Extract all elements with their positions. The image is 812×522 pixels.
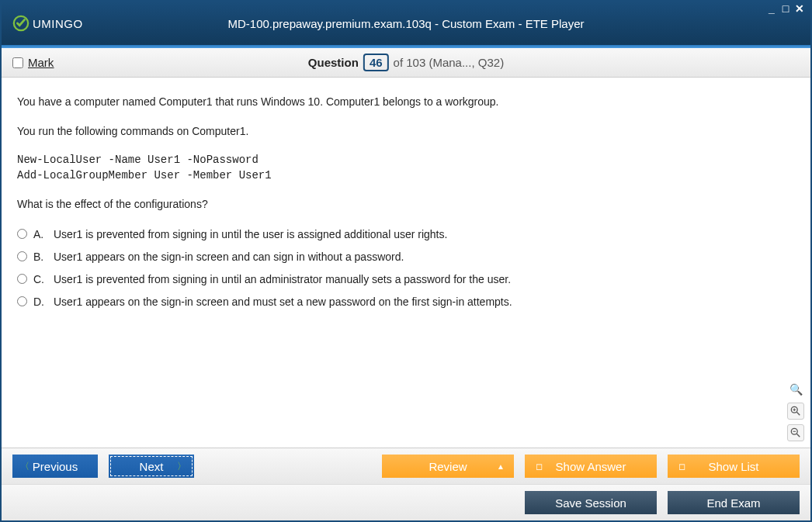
option-row[interactable]: C. User1 is prevented from signing in un… [17,271,795,288]
option-radio[interactable] [17,251,27,261]
code-block: New-LocalUser -Name User1 -NoPassword Ad… [17,153,795,183]
svg-line-6 [796,434,800,437]
square-icon: ◻ [678,462,685,472]
session-bar: Save Session End Exam [2,484,810,520]
search-icon[interactable]: 🔍 [787,381,804,398]
option-row[interactable]: B. User1 appears on the sign-in screen a… [17,249,795,265]
option-radio[interactable] [17,274,27,284]
checkmark-icon [12,15,29,32]
next-button[interactable]: Next〉 [109,455,194,478]
show-list-button[interactable]: ◻Show List [668,455,800,478]
mark-control[interactable]: Mark [12,56,54,69]
option-text: User1 is prevented from signing in until… [54,271,511,288]
question-context: of 103 (Mana..., Q32) [394,56,505,69]
zoom-out-button[interactable] [787,424,804,441]
close-button[interactable]: ✕ [793,3,806,14]
option-letter: A. [33,226,47,243]
option-letter: B. [33,249,47,265]
option-text: User1 appears on the sign-in screen and … [54,249,404,265]
window-controls: _ □ ✕ [765,3,806,14]
square-icon: ◻ [536,462,543,472]
app-logo: UMINGO [12,15,83,32]
review-button[interactable]: Review▲ [382,455,514,478]
maximize-button[interactable]: □ [779,3,792,14]
option-letter: D. [33,294,47,310]
navigation-bar: 〈Previous Next〉 Review▲ ◻Show Answer ◻Sh… [2,448,810,484]
question-paragraph: What is the effect of the configurations… [17,197,795,213]
save-session-button[interactable]: Save Session [525,491,657,514]
chevron-left-icon: 〈 [20,460,29,473]
answer-options: A. User1 is prevented from signing in un… [17,226,795,310]
logo-text: UMINGO [33,17,83,30]
option-text: User1 is prevented from signing in until… [54,226,447,243]
window-title: MD-100.prepaway.premium.exam.103q - Cust… [227,17,584,30]
svg-line-2 [796,412,800,415]
question-word: Question [308,56,359,69]
zoom-tools: 🔍 [787,381,804,441]
option-row[interactable]: D. User1 appears on the sign-in screen a… [17,294,795,310]
question-content: You have a computer named Computer1 that… [2,78,810,448]
question-toolbar: Mark Question 46 of 103 (Mana..., Q32) [2,48,810,78]
previous-button[interactable]: 〈Previous [12,455,98,478]
option-radio[interactable] [17,296,27,306]
question-indicator: Question 46 of 103 (Mana..., Q32) [308,54,504,71]
show-answer-button[interactable]: ◻Show Answer [525,455,657,478]
question-number: 46 [363,54,389,71]
end-exam-button[interactable]: End Exam [668,491,800,514]
zoom-in-button[interactable] [787,403,804,420]
mark-checkbox[interactable] [12,57,23,68]
chevron-right-icon: 〉 [177,460,186,473]
triangle-up-icon: ▲ [497,462,505,471]
title-bar: UMINGO MD-100.prepaway.premium.exam.103q… [2,2,810,45]
question-paragraph: You have a computer named Computer1 that… [17,95,795,110]
option-letter: C. [33,271,47,288]
minimize-button[interactable]: _ [765,3,778,14]
mark-label[interactable]: Mark [28,56,54,69]
question-paragraph: You run the following commands on Comput… [17,124,795,140]
option-text: User1 appears on the sign-in screen and … [54,294,512,310]
option-radio[interactable] [17,229,27,239]
option-row[interactable]: A. User1 is prevented from signing in un… [17,226,795,243]
